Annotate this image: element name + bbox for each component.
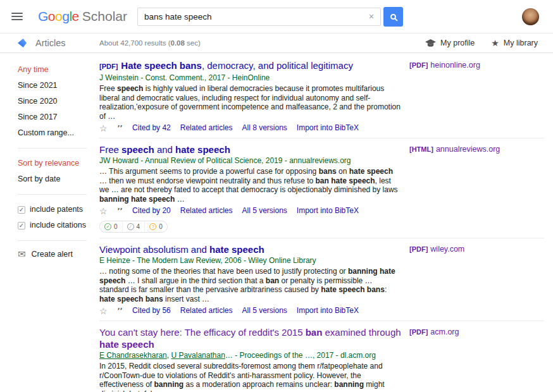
contrasting: ?0	[145, 221, 167, 232]
mentioning-count: 4	[137, 223, 140, 230]
fulltext-type-tag: [HTML]	[409, 145, 433, 153]
supporting-icon: ✓	[104, 223, 111, 230]
contrasting-count: 0	[159, 223, 163, 230]
import-bibtex-link[interactable]: Import into BibTeX	[297, 206, 359, 216]
related-articles-link[interactable]: Related articles	[180, 206, 233, 216]
content-area: Any timeSince 2021Since 2020Since 2017Cu…	[0, 53, 553, 392]
result-main: Viewpoint absolutism and hate speechE He…	[99, 243, 409, 315]
logo-letter: G	[38, 9, 48, 23]
result-actions: ☆”Cited by 20Related articlesAll 5 versi…	[99, 206, 402, 216]
cited-by-link[interactable]: Cited by 56	[132, 306, 171, 315]
my-profile-link[interactable]: My profile	[425, 39, 475, 47]
graduation-cap-icon	[425, 39, 436, 47]
menu-icon[interactable]	[11, 11, 23, 22]
sort-option-list: Sort by relevanceSort by date	[18, 156, 99, 187]
clear-search-icon[interactable]: ×	[369, 12, 374, 21]
toggle-include-patents[interactable]: ✓include patents	[18, 202, 99, 217]
fulltext-site: acm.org	[430, 328, 459, 336]
cite-icon[interactable]: ”	[117, 208, 123, 214]
result-title-link[interactable]: Free speech and hate speech	[99, 144, 402, 156]
save-star-icon[interactable]: ☆	[99, 307, 108, 315]
checkbox-icon[interactable]: ✓	[18, 206, 25, 214]
date-filter-since-2021[interactable]: Since 2021	[18, 78, 99, 94]
result-title-link[interactable]: Viewpoint absolutism and hate speech	[99, 243, 402, 255]
import-bibtex-link[interactable]: Import into BibTeX	[297, 306, 359, 315]
create-alert-link[interactable]: ✉ Create alert	[18, 249, 99, 259]
top-bar: GoogleScholar ×	[0, 0, 553, 34]
fulltext-link[interactable]: [PDF]wiley.com	[409, 245, 464, 254]
toggle-include-citations[interactable]: ✓include citations	[18, 217, 99, 233]
date-filter-any-time[interactable]: Any time	[18, 62, 99, 78]
search-icon	[390, 14, 396, 20]
text-segment: … noting some of the theories that have …	[99, 267, 348, 276]
fulltext-link[interactable]: [HTML]annualreviews.org	[409, 145, 500, 154]
cite-icon[interactable]: ”	[117, 308, 123, 314]
text-segment: speech	[117, 84, 143, 93]
result-title-link[interactable]: [PDF]Hate speech bans, democracy, and po…	[99, 59, 402, 73]
cited-by-link[interactable]: Cited by 20	[132, 206, 171, 216]
versions-link[interactable]: All 8 versions	[242, 123, 287, 133]
text-segment: banning hate speech	[99, 195, 175, 204]
date-filter-since-2017[interactable]: Since 2017	[18, 109, 99, 125]
text-segment: J Weinstein - Const. Comment., 2017 - He…	[99, 73, 270, 82]
text-segment: speech	[121, 144, 154, 155]
result-byline: E Chandrasekharan, U Pavalanathan… - Pro…	[99, 351, 402, 360]
toggle-label: include citations	[30, 217, 86, 233]
fulltext-site: wiley.com	[430, 245, 464, 254]
result-snippet: … This argument seems to provide a power…	[99, 167, 402, 204]
save-star-icon[interactable]: ☆	[99, 207, 108, 216]
scholar-logo[interactable]: GoogleScholar	[38, 9, 127, 24]
result-byline: J Weinstein - Const. Comment., 2017 - He…	[99, 73, 402, 83]
sort-option-sort-by-relevance[interactable]: Sort by relevance	[18, 156, 99, 171]
related-articles-link[interactable]: Related articles	[180, 306, 233, 315]
text-segment: hate speech	[175, 144, 230, 155]
mentioning: ∕4	[123, 221, 146, 232]
search-button[interactable]	[383, 7, 403, 27]
author-link[interactable]: U Pavalanathan	[171, 351, 225, 360]
file-type-tag: [PDF]	[99, 63, 118, 70]
text-segment: Free	[99, 144, 121, 155]
text-segment: ban hate speech	[316, 176, 375, 185]
checkbox-icon[interactable]: ✓	[18, 222, 25, 230]
results-list: [PDF]Hate speech bans, democracy, and po…	[99, 53, 553, 392]
sidebar-divider	[18, 194, 87, 195]
date-filter-since-2020[interactable]: Since 2020	[18, 94, 99, 109]
versions-link[interactable]: All 5 versions	[242, 206, 287, 216]
result-title-link[interactable]: You can't stay here: The efficacy of red…	[99, 326, 402, 350]
scite-badge[interactable]: ✓0∕4?0	[99, 221, 168, 233]
fulltext-type-tag: [PDF]	[409, 245, 428, 253]
sidebar-divider	[18, 240, 87, 241]
save-star-icon[interactable]: ☆	[99, 124, 108, 133]
text-segment: insert vast …	[163, 295, 209, 303]
text-segment: hate speech	[349, 167, 393, 176]
results-toolbar: Articles About 42,700 results (0.08 sec)…	[0, 34, 553, 53]
result-side: [PDF]acm.org	[409, 326, 544, 336]
fulltext-link[interactable]: [PDF]heinonline.org	[409, 61, 480, 70]
result-side: [PDF]wiley.com	[409, 243, 544, 254]
text-segment: … - Proceedings of the …, 2017 - dl.acm.…	[225, 351, 376, 360]
my-library-link[interactable]: ★ My library	[491, 39, 538, 47]
text-segment: examined through	[322, 327, 401, 338]
cited-by-link[interactable]: Cited by 42	[132, 123, 171, 133]
author-link[interactable]: E Chandrasekharan	[99, 351, 167, 360]
versions-link[interactable]: All 5 versions	[242, 306, 287, 315]
toolbar-links: My profile ★ My library	[425, 39, 538, 47]
search-input[interactable]	[137, 8, 381, 26]
articles-gem-icon[interactable]	[18, 39, 27, 47]
avatar[interactable]	[522, 8, 539, 25]
text-segment: Viewpoint absolutism and	[99, 244, 209, 255]
related-articles-link[interactable]: Related articles	[180, 123, 233, 133]
text-segment: … This argument seems to provide a power…	[99, 167, 319, 176]
text-segment: bans	[319, 167, 337, 176]
fulltext-link[interactable]: [PDF]acm.org	[409, 328, 459, 336]
sort-option-sort-by-date[interactable]: Sort by date	[18, 171, 99, 187]
google-logo-text: Google	[38, 9, 79, 23]
contrasting-icon: ?	[149, 223, 156, 230]
result-main: [PDF]Hate speech bans, democracy, and po…	[99, 59, 409, 133]
date-filter-custom-range-[interactable]: Custom range...	[18, 125, 99, 141]
import-bibtex-link[interactable]: Import into BibTeX	[297, 123, 359, 133]
cite-icon[interactable]: ”	[117, 125, 123, 132]
result-byline: JW Howard - Annual Review of Political S…	[99, 156, 402, 166]
text-segment: JW Howard - Annual Review of Political S…	[99, 156, 351, 165]
text-segment: as a moderation approach remains unclear…	[183, 380, 334, 389]
